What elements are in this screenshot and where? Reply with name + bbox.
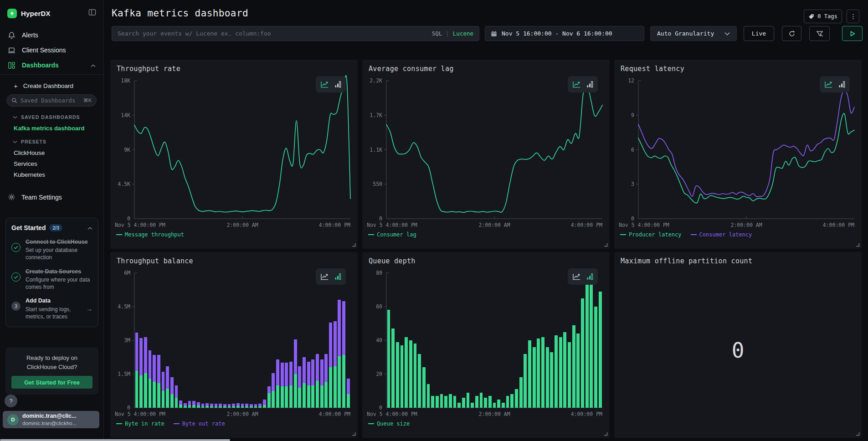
chart-type-toolbar [316, 76, 346, 92]
svg-text:14K: 14K [121, 112, 130, 118]
bell-icon [8, 31, 16, 39]
svg-text:2:00:00 AM: 2:00:00 AM [226, 411, 258, 417]
svg-text:3: 3 [631, 181, 634, 187]
svg-text:0: 0 [631, 215, 634, 222]
svg-text:0: 0 [379, 405, 382, 411]
progress-badge: 2/3 [49, 224, 62, 231]
svg-text:1.5M: 1.5M [118, 371, 130, 377]
horizontal-scrollbar[interactable] [0, 439, 230, 441]
arrow-right-icon: → [86, 305, 92, 313]
run-query-button[interactable] [842, 26, 863, 41]
search-placeholder: Saved Dashboards [21, 97, 80, 104]
granularity-select[interactable]: Auto Granularity [650, 26, 737, 41]
svg-text:4:00:00 PM: 4:00:00 PM [823, 222, 854, 228]
granularity-value: Auto Granularity [657, 30, 714, 37]
sidebar-item-services[interactable]: Services [14, 160, 37, 167]
deploy-text-line1: Ready to deploy on [26, 354, 77, 361]
bar-chart-icon[interactable] [334, 81, 341, 88]
deploy-text-line2: ClickHouse Cloud? [27, 364, 77, 370]
sidebar-item-clickhouse[interactable]: ClickHouse [14, 149, 45, 156]
sidebar-item-kubernetes[interactable]: Kubernetes [14, 171, 45, 178]
search-input[interactable] [118, 30, 427, 37]
svg-text:1.7K: 1.7K [370, 112, 382, 118]
date-range-picker[interactable]: Nov 5 16:00:00 - Nov 6 16:00:00 [485, 26, 644, 41]
resize-handle[interactable] [855, 431, 860, 436]
svg-text:2:00:00 AM: 2:00:00 AM [478, 222, 510, 228]
legend-item[interactable]: Byte in rate [116, 420, 164, 427]
more-options-button[interactable] [847, 10, 859, 23]
panel-title: Maximum offline partition count [621, 257, 752, 265]
step-title: Create Data Sources [26, 268, 92, 275]
deploy-promo-card: Ready to deploy on ClickHouse Cloud? Get… [5, 347, 98, 395]
bar-chart-icon[interactable] [586, 273, 593, 280]
onboarding-step-connect[interactable]: Connect to ClickHouse Set up your databa… [11, 238, 92, 262]
line-chart-icon[interactable] [320, 81, 329, 88]
page-title: Kafka metrics dashboard [112, 8, 248, 19]
chevron-up-icon[interactable] [91, 62, 96, 69]
sidebar-item-dashboards[interactable]: Dashboards [0, 58, 104, 72]
line-chart-icon[interactable] [572, 273, 581, 281]
sidebar-item-alerts[interactable]: Alerts [0, 28, 104, 42]
refresh-button[interactable] [782, 26, 801, 41]
legend-swatch [691, 234, 697, 235]
live-button[interactable]: Live [744, 26, 774, 41]
svg-text:2:00:00 AM: 2:00:00 AM [730, 222, 762, 228]
svg-text:4:00:00 PM: 4:00:00 PM [571, 411, 602, 417]
calendar-icon [491, 31, 497, 37]
legend-swatch [368, 423, 374, 424]
onboarding-step-sources[interactable]: Create Data Sources Configure where your… [11, 268, 92, 291]
filter-button[interactable] [809, 26, 830, 41]
get-started-free-button[interactable]: Get Started for Free [11, 376, 92, 389]
help-button[interactable]: ? [5, 395, 17, 407]
saved-dashboards-search[interactable]: Saved Dashboards ⌘K [6, 94, 97, 107]
sidebar-item-kafka-dashboard[interactable]: Kafka metrics dashboard [14, 125, 84, 132]
svg-text:6: 6 [631, 147, 634, 153]
svg-text:0: 0 [379, 215, 382, 222]
dashboards-grid-icon [8, 61, 16, 69]
chevron-down-icon [13, 140, 17, 144]
lucene-toggle[interactable]: Lucene [453, 30, 473, 37]
tags-button[interactable]: 0 Tags [804, 10, 842, 23]
saved-dashboards-section-header[interactable]: SAVED DASHBOARDS [13, 114, 80, 120]
panel-throughput-rate: Throughput rate04.5K9K14K18KNov 5 4:00:0… [110, 60, 358, 249]
collapse-sidebar-icon[interactable] [88, 9, 96, 18]
legend-label: Queue size [377, 420, 410, 427]
line-chart-icon[interactable] [320, 273, 329, 281]
bar-chart-icon[interactable] [586, 81, 593, 88]
create-dashboard-button[interactable]: + Create Dashboard [14, 82, 73, 90]
legend-item[interactable]: Producer latency [620, 231, 682, 238]
app-logo[interactable]: HyperDX [7, 7, 51, 19]
svg-text:Nov 5 4:00:00 PM: Nov 5 4:00:00 PM [115, 222, 165, 228]
event-search-bar[interactable]: SQL | Lucene [112, 26, 479, 41]
sidebar-item-label: Client Sessions [22, 46, 66, 54]
svg-text:3M: 3M [124, 337, 130, 344]
user-name: dominic.tran@clic... [22, 413, 77, 420]
legend-item[interactable]: Consumer latency [691, 231, 752, 238]
team-settings-label: Team Settings [21, 194, 62, 201]
svg-text:0: 0 [127, 405, 130, 411]
check-circle-icon [11, 272, 21, 282]
legend-swatch [620, 234, 626, 235]
legend-item[interactable]: Consumer lag [368, 231, 416, 238]
chevron-up-icon[interactable] [87, 224, 92, 232]
svg-text:4.5M: 4.5M [118, 303, 130, 310]
presets-section-header[interactable]: PRESETS [13, 139, 46, 144]
bar-chart-icon[interactable] [334, 273, 341, 280]
svg-text:20: 20 [376, 371, 382, 377]
legend-item[interactable]: Byte out rate [174, 420, 225, 427]
chart-type-toolbar [316, 268, 346, 285]
sidebar-item-team-settings[interactable]: Team Settings [8, 193, 62, 201]
legend-item[interactable]: Queue size [368, 420, 410, 427]
svg-text:60: 60 [376, 303, 382, 310]
line-chart-icon[interactable] [572, 81, 581, 88]
chart-legend: Consumer lag [368, 231, 416, 238]
user-menu[interactable]: D dominic.tran@clic... dominic.tran@clic… [3, 411, 99, 428]
legend-item[interactable]: Message throughput [116, 231, 184, 238]
line-chart-icon[interactable] [824, 81, 833, 88]
svg-text:2.2K: 2.2K [370, 77, 382, 84]
sidebar-item-client-sessions[interactable]: Client Sessions [0, 43, 104, 57]
sql-toggle[interactable]: SQL [432, 30, 442, 37]
onboarding-step-add-data[interactable]: 3 Add Data Start sending logs, metrics, … [11, 297, 92, 320]
svg-text:9K: 9K [124, 147, 130, 153]
bar-chart-icon[interactable] [838, 81, 845, 88]
